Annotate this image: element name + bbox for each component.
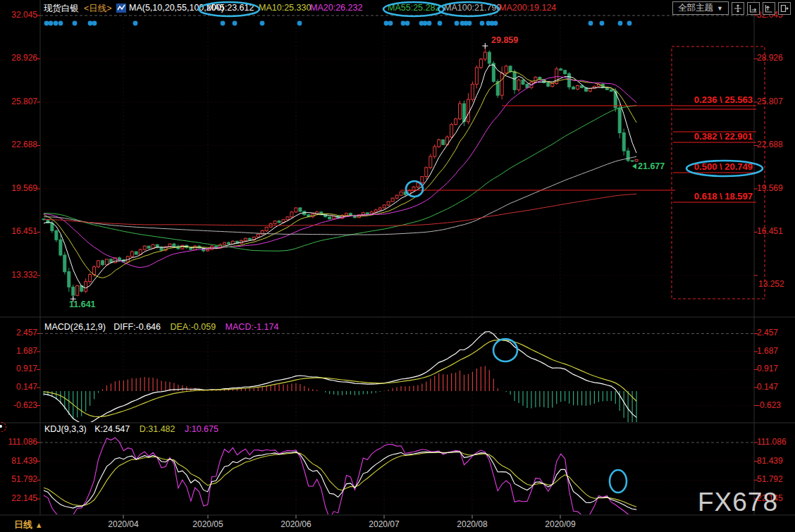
axis-tick-label: 0.917 xyxy=(757,364,794,373)
axis-tick-label: 25.807 xyxy=(757,97,794,106)
kdj-name[interactable]: KDJ(9,3,3) xyxy=(44,424,87,434)
axis-tick-label: 22.145 xyxy=(0,494,37,503)
axis-tick-label: 0.147 xyxy=(0,383,37,392)
ma5-value[interactable]: MA5:23.612 xyxy=(207,3,254,13)
axis-tick-label: 81.439 xyxy=(757,457,794,466)
ma20-line xyxy=(44,77,636,268)
axis-tick-label: 51.792 xyxy=(757,475,794,484)
low-price-label: 11.641 xyxy=(69,299,96,309)
axis-tick-label: 1.687 xyxy=(0,347,37,356)
chevron-down-icon: ▼ xyxy=(717,5,723,12)
axis-tick-label: 51.792 xyxy=(0,475,37,484)
axis-tick-label: 2.457 xyxy=(757,328,794,338)
axis-tick-label: 22.688 xyxy=(757,140,794,149)
chart-canvas[interactable] xyxy=(0,0,795,532)
ma100-value[interactable]: MA100:21.790 xyxy=(444,3,501,13)
axis-tick-label: 16.451 xyxy=(757,227,794,236)
axis-tick-label: 1.687 xyxy=(757,347,794,356)
fibonacci-tool xyxy=(400,47,765,299)
kdj-k-value: K:24.547 xyxy=(94,424,130,434)
date-label: 2020/09 xyxy=(536,519,585,529)
axis-tick-label: 28.926 xyxy=(757,54,794,63)
candlestick-series xyxy=(42,43,638,302)
ma100-line xyxy=(44,156,636,235)
indicator-chart-icon xyxy=(116,4,126,15)
macd-dea-value: DEA:-0.059 xyxy=(171,322,216,332)
kdj-d-value: D:31.482 xyxy=(140,424,175,434)
ma10-value[interactable]: MA10:25.330 xyxy=(259,3,311,13)
axis-tick-label: 19.569 xyxy=(757,184,794,193)
symbol-title: 现货白银 xyxy=(44,3,79,15)
ma55-line xyxy=(44,106,636,252)
axis-tick-label: 0.147 xyxy=(757,383,794,392)
date-label: 2020/07 xyxy=(359,519,409,529)
triangle-up-icon: ▲ xyxy=(35,521,43,529)
macd-header: MACD(26,12,9) DIFF:-0.646 DEA:-0.059 MAC… xyxy=(44,322,278,332)
j-line xyxy=(44,438,636,519)
top-bar: 现货白银 <日线> MA(5,10,20,55,100,200) MA5:23.… xyxy=(0,0,795,18)
axis-tick-label: 2.457 xyxy=(0,328,37,338)
period-selector-label: 日线 xyxy=(14,519,32,530)
fib-level-label: 0.382 \ 22.901 xyxy=(634,131,753,142)
theme-dropdown-label: 全部主题 xyxy=(678,2,713,14)
topbar-toolbar: 全部主题 ▼ xyxy=(672,1,791,15)
save-layout-icon[interactable] xyxy=(778,2,791,15)
period-label[interactable]: <日线> xyxy=(84,3,112,15)
fib-level-label: 0.618 \ 18.597 xyxy=(634,191,753,202)
ma10-line xyxy=(44,71,636,278)
last-price-label: 21.677 xyxy=(638,161,665,171)
diff-line xyxy=(44,332,636,424)
kdj-header: KDJ(9,3,3) K:24.547 D:31.482 J:10.675 xyxy=(44,424,218,434)
axis-tick-label: 28.926 xyxy=(0,54,37,63)
axis-tick-label: 111.086 xyxy=(757,438,794,447)
axis-tick-label: 19.569 xyxy=(0,184,37,193)
date-label: 2020/04 xyxy=(99,519,148,529)
axis-tick-label: 25.807 xyxy=(0,97,37,106)
pan-tool-icon[interactable] xyxy=(732,2,744,15)
date-label: 2020/08 xyxy=(448,519,497,529)
ma200-value[interactable]: MA200:19.124 xyxy=(499,3,556,13)
fit-x-axis-icon[interactable] xyxy=(747,2,760,15)
chart-app: 现货白银 <日线> MA(5,10,20,55,100,200) MA5:23.… xyxy=(0,0,795,532)
axis-tick-label: 22.688 xyxy=(0,140,37,149)
axis-tick-label: 13.332 xyxy=(0,271,37,280)
watermark: FX678 xyxy=(698,488,778,517)
period-selector[interactable]: 日线 ▲ xyxy=(14,519,43,531)
ma55-value[interactable]: MA55:25.282 xyxy=(388,3,440,13)
date-label: 2020/05 xyxy=(183,519,233,529)
axis-tick-label: 111.086 xyxy=(0,438,37,447)
k-line xyxy=(44,452,636,509)
dea-line xyxy=(44,340,636,417)
right-price-tag: 13.252 xyxy=(758,279,784,289)
axis-tick-label: -0.623 xyxy=(0,401,37,410)
fib-level-label: 0.236 \ 25.563 xyxy=(634,94,753,105)
kdj-j-value: J:10.675 xyxy=(185,424,218,434)
ma200-line xyxy=(44,194,636,225)
macd-diff-value: DIFF:-0.646 xyxy=(113,322,161,332)
macd-hist-value: MACD:-1.174 xyxy=(226,322,279,332)
axis-tick-label: -0.623 xyxy=(757,401,794,410)
axis-tick-label: 81.439 xyxy=(0,457,37,466)
axis-tick-label: 16.451 xyxy=(0,227,37,236)
axis-tick-label: 0.917 xyxy=(0,364,37,373)
high-price-label: 29.859 xyxy=(491,35,518,45)
fit-y-axis-icon[interactable] xyxy=(763,2,775,15)
d-line xyxy=(44,452,636,507)
theme-dropdown-button[interactable]: 全部主题 ▼ xyxy=(672,1,729,15)
ma20-value[interactable]: MA20:26.232 xyxy=(310,3,362,13)
macd-series xyxy=(44,332,636,425)
macd-name[interactable]: MACD(26,12,9) xyxy=(44,322,106,332)
kdj-series xyxy=(44,438,636,519)
date-label: 2020/06 xyxy=(271,519,321,529)
